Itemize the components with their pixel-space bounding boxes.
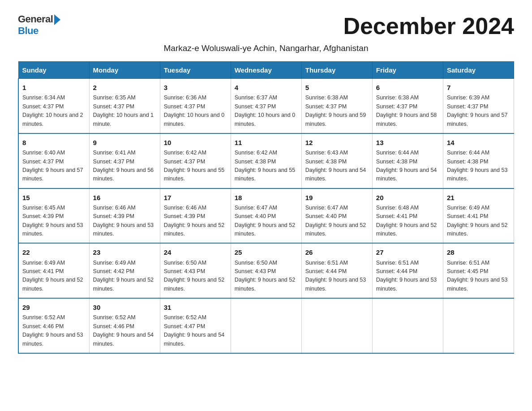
table-row: 1 Sunrise: 6:34 AMSunset: 4:37 PMDayligh… <box>18 79 89 133</box>
table-row: 3 Sunrise: 6:36 AMSunset: 4:37 PMDayligh… <box>160 79 231 133</box>
day-number: 31 <box>164 302 227 313</box>
table-row: 27 Sunrise: 6:51 AMSunset: 4:44 PMDaylig… <box>372 243 443 298</box>
table-row: 18 Sunrise: 6:47 AMSunset: 4:40 PMDaylig… <box>231 188 301 244</box>
table-row: 9 Sunrise: 6:41 AMSunset: 4:37 PMDayligh… <box>89 133 160 188</box>
day-info: Sunrise: 6:42 AMSunset: 4:38 PMDaylight:… <box>235 150 296 182</box>
day-number: 17 <box>164 193 227 203</box>
day-number: 14 <box>447 137 510 148</box>
day-number: 18 <box>235 193 298 203</box>
table-row: 5 Sunrise: 6:38 AMSunset: 4:37 PMDayligh… <box>301 79 372 133</box>
day-info: Sunrise: 6:48 AMSunset: 4:41 PMDaylight:… <box>376 205 437 237</box>
day-number: 1 <box>22 82 86 93</box>
day-number: 15 <box>22 193 86 203</box>
day-info: Sunrise: 6:40 AMSunset: 4:37 PMDaylight:… <box>22 150 83 182</box>
day-number: 6 <box>376 82 439 93</box>
table-row: 30 Sunrise: 6:52 AMSunset: 4:46 PMDaylig… <box>89 298 160 353</box>
day-number: 22 <box>22 247 86 257</box>
table-row: 7 Sunrise: 6:39 AMSunset: 4:37 PMDayligh… <box>443 79 514 133</box>
day-info: Sunrise: 6:36 AMSunset: 4:37 PMDaylight:… <box>164 94 225 127</box>
table-row: 13 Sunrise: 6:44 AMSunset: 4:38 PMDaylig… <box>372 133 443 188</box>
table-row <box>231 298 301 353</box>
table-row: 29 Sunrise: 6:52 AMSunset: 4:46 PMDaylig… <box>18 298 89 353</box>
day-info: Sunrise: 6:34 AMSunset: 4:37 PMDaylight:… <box>22 94 83 127</box>
day-info: Sunrise: 6:43 AMSunset: 4:38 PMDaylight:… <box>305 150 366 182</box>
table-row: 11 Sunrise: 6:42 AMSunset: 4:38 PMDaylig… <box>231 133 301 188</box>
day-info: Sunrise: 6:44 AMSunset: 4:38 PMDaylight:… <box>376 150 437 182</box>
table-row: 24 Sunrise: 6:50 AMSunset: 4:43 PMDaylig… <box>160 243 231 298</box>
day-info: Sunrise: 6:52 AMSunset: 4:47 PMDaylight:… <box>164 314 225 347</box>
day-info: Sunrise: 6:46 AMSunset: 4:39 PMDaylight:… <box>93 205 154 237</box>
table-row: 10 Sunrise: 6:42 AMSunset: 4:37 PMDaylig… <box>160 133 231 188</box>
day-info: Sunrise: 6:51 AMSunset: 4:44 PMDaylight:… <box>376 260 437 292</box>
table-row: 21 Sunrise: 6:49 AMSunset: 4:41 PMDaylig… <box>443 188 514 244</box>
table-row: 22 Sunrise: 6:49 AMSunset: 4:41 PMDaylig… <box>18 243 89 298</box>
table-row: 31 Sunrise: 6:52 AMSunset: 4:47 PMDaylig… <box>160 298 231 353</box>
day-number: 23 <box>93 247 156 257</box>
logo-text-general: General <box>18 13 53 25</box>
day-info: Sunrise: 6:41 AMSunset: 4:37 PMDaylight:… <box>93 150 154 182</box>
day-info: Sunrise: 6:49 AMSunset: 4:41 PMDaylight:… <box>447 205 508 237</box>
day-info: Sunrise: 6:44 AMSunset: 4:38 PMDaylight:… <box>447 150 508 182</box>
page-header: General Blue December 2024 <box>18 13 514 39</box>
day-info: Sunrise: 6:50 AMSunset: 4:43 PMDaylight:… <box>164 260 225 292</box>
day-number: 3 <box>164 82 227 93</box>
day-info: Sunrise: 6:47 AMSunset: 4:40 PMDaylight:… <box>305 205 366 237</box>
table-row: 4 Sunrise: 6:37 AMSunset: 4:37 PMDayligh… <box>231 79 301 133</box>
day-info: Sunrise: 6:46 AMSunset: 4:39 PMDaylight:… <box>164 205 225 237</box>
day-number: 24 <box>164 247 227 257</box>
day-number: 28 <box>447 247 510 257</box>
day-number: 10 <box>164 137 227 148</box>
day-info: Sunrise: 6:38 AMSunset: 4:37 PMDaylight:… <box>376 94 437 127</box>
day-number: 4 <box>235 82 298 93</box>
day-number: 12 <box>305 137 369 148</box>
table-row <box>372 298 443 353</box>
day-info: Sunrise: 6:51 AMSunset: 4:44 PMDaylight:… <box>305 260 366 292</box>
day-info: Sunrise: 6:52 AMSunset: 4:46 PMDaylight:… <box>93 314 154 347</box>
day-number: 19 <box>305 193 369 203</box>
table-row: 26 Sunrise: 6:51 AMSunset: 4:44 PMDaylig… <box>301 243 372 298</box>
day-info: Sunrise: 6:51 AMSunset: 4:45 PMDaylight:… <box>447 260 508 292</box>
day-number: 5 <box>305 82 369 93</box>
month-title: December 2024 <box>343 13 514 39</box>
table-row: 8 Sunrise: 6:40 AMSunset: 4:37 PMDayligh… <box>18 133 89 188</box>
table-row: 17 Sunrise: 6:46 AMSunset: 4:39 PMDaylig… <box>160 188 231 244</box>
table-row: 14 Sunrise: 6:44 AMSunset: 4:38 PMDaylig… <box>443 133 514 188</box>
day-info: Sunrise: 6:42 AMSunset: 4:37 PMDaylight:… <box>164 150 225 182</box>
day-info: Sunrise: 6:49 AMSunset: 4:42 PMDaylight:… <box>93 260 154 292</box>
day-number: 9 <box>93 137 156 148</box>
table-row: 19 Sunrise: 6:47 AMSunset: 4:40 PMDaylig… <box>301 188 372 244</box>
header-wednesday: Wednesday <box>231 62 301 79</box>
day-info: Sunrise: 6:52 AMSunset: 4:46 PMDaylight:… <box>22 314 83 347</box>
table-row: 20 Sunrise: 6:48 AMSunset: 4:41 PMDaylig… <box>372 188 443 244</box>
header-thursday: Thursday <box>301 62 372 79</box>
calendar-body: 1 Sunrise: 6:34 AMSunset: 4:37 PMDayligh… <box>18 79 514 353</box>
day-number: 8 <box>22 137 86 148</box>
day-number: 25 <box>235 247 298 257</box>
day-number: 20 <box>376 193 439 203</box>
day-info: Sunrise: 6:35 AMSunset: 4:37 PMDaylight:… <box>93 94 154 127</box>
table-row: 28 Sunrise: 6:51 AMSunset: 4:45 PMDaylig… <box>443 243 514 298</box>
day-info: Sunrise: 6:39 AMSunset: 4:37 PMDaylight:… <box>447 94 508 127</box>
day-info: Sunrise: 6:37 AMSunset: 4:37 PMDaylight:… <box>235 94 296 127</box>
logo-triangle-icon <box>54 14 60 25</box>
calendar-table: Sunday Monday Tuesday Wednesday Thursday… <box>18 61 514 354</box>
table-row: 6 Sunrise: 6:38 AMSunset: 4:37 PMDayligh… <box>372 79 443 133</box>
logo: General Blue <box>18 13 60 37</box>
day-info: Sunrise: 6:50 AMSunset: 4:43 PMDaylight:… <box>235 260 296 292</box>
table-row: 2 Sunrise: 6:35 AMSunset: 4:37 PMDayligh… <box>89 79 160 133</box>
day-info: Sunrise: 6:49 AMSunset: 4:41 PMDaylight:… <box>22 260 83 292</box>
day-info: Sunrise: 6:47 AMSunset: 4:40 PMDaylight:… <box>235 205 296 237</box>
header-sunday: Sunday <box>18 62 89 79</box>
day-number: 13 <box>376 137 439 148</box>
table-row: 16 Sunrise: 6:46 AMSunset: 4:39 PMDaylig… <box>89 188 160 244</box>
day-number: 30 <box>93 302 156 313</box>
table-row: 25 Sunrise: 6:50 AMSunset: 4:43 PMDaylig… <box>231 243 301 298</box>
day-info: Sunrise: 6:45 AMSunset: 4:39 PMDaylight:… <box>22 205 83 237</box>
day-number: 11 <box>235 137 298 148</box>
header-saturday: Saturday <box>443 62 514 79</box>
calendar-header: Sunday Monday Tuesday Wednesday Thursday… <box>18 62 514 79</box>
day-number: 21 <box>447 193 510 203</box>
day-number: 26 <box>305 247 369 257</box>
day-number: 7 <box>447 82 510 93</box>
day-info: Sunrise: 6:38 AMSunset: 4:37 PMDaylight:… <box>305 94 366 127</box>
